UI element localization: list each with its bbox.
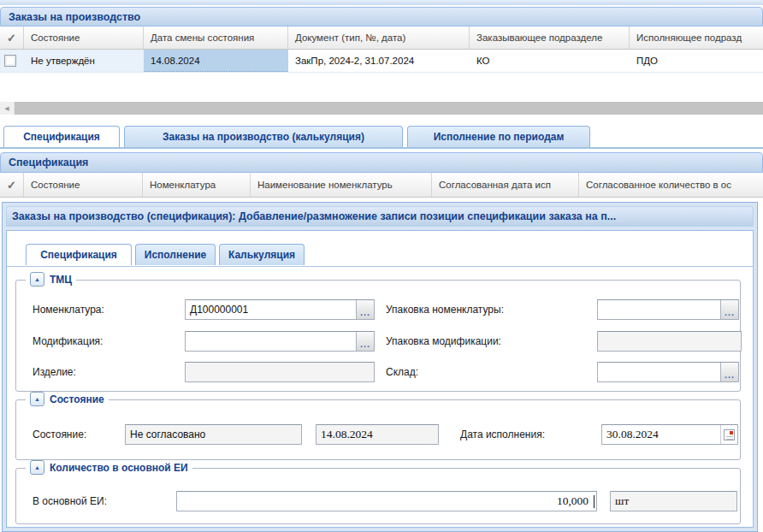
dialog-tab-specification[interactable]: Спецификация xyxy=(26,244,132,265)
spec-column-state[interactable]: Состояние xyxy=(24,173,143,197)
horizontal-scrollbar[interactable]: ◀ xyxy=(0,102,763,115)
collapse-qty-button[interactable]: ▲ xyxy=(30,460,44,475)
calendar-icon xyxy=(724,429,735,440)
state-label: Состояние: xyxy=(33,424,86,445)
warehouse-label: Склад: xyxy=(386,362,418,382)
spec-column-agreed-date[interactable]: Согласованная дата исп xyxy=(432,173,579,197)
nomenclature-lookup-button[interactable]: ... xyxy=(356,300,374,319)
dialog-title: Заказы на производство (спецификация): Д… xyxy=(12,210,616,222)
packing-mod-field xyxy=(597,331,742,352)
orders-column-state-date[interactable]: Дата смены состояния xyxy=(144,27,288,49)
spec-grid-header: ✓ Состояние Номенклатура Наименование но… xyxy=(0,173,763,198)
fieldset-qty: ▲ Количество в основной ЕИ В основной ЕИ… xyxy=(15,468,741,524)
orders-grid-header: ✓ Состояние Дата смены состояния Докумен… xyxy=(0,27,763,50)
product-label: Изделие: xyxy=(33,362,76,382)
lookup-dots-icon: ... xyxy=(725,369,735,380)
warehouse-field[interactable]: ... xyxy=(597,362,739,382)
cell-state-date[interactable]: 14.08.2024 xyxy=(144,50,288,72)
spec-edit-dialog: Заказы на производство (спецификация): Д… xyxy=(2,202,758,532)
modification-lookup-button[interactable]: ... xyxy=(356,332,374,351)
main-tab-bar: Спецификация Заказы на производство (кал… xyxy=(0,126,763,149)
spec-column-agreed-qty[interactable]: Согласованное количество в ос xyxy=(579,173,763,197)
collapse-icon: ▲ xyxy=(34,276,40,282)
orders-column-document[interactable]: Документ (тип, №, дата) xyxy=(288,27,470,49)
fieldset-state-legend: Состояние xyxy=(50,393,104,405)
warehouse-lookup-button[interactable]: ... xyxy=(720,363,738,381)
tab-orders-calculation[interactable]: Заказы на производство (калькуляция) xyxy=(124,126,403,147)
dialog-tab-execution[interactable]: Исполнение xyxy=(135,244,216,265)
orders-column-state[interactable]: Состояние xyxy=(24,27,144,49)
fieldset-qty-legend: Количество в основной ЕИ xyxy=(50,462,188,474)
row-checkbox-cell xyxy=(0,50,24,72)
unit-field: шт xyxy=(610,491,737,511)
nomenclature-label: Номенклатура: xyxy=(33,299,104,320)
fieldset-tmc-legend: ТМЦ xyxy=(50,274,72,286)
packing-nom-lookup-button[interactable]: ... xyxy=(720,300,738,319)
spec-select-all-column[interactable]: ✓ xyxy=(0,173,24,197)
check-all-icon: ✓ xyxy=(5,32,16,44)
orders-table-row[interactable]: Не утверждён 14.08.2024 ЗакПр, 2024-2, 3… xyxy=(0,50,763,73)
packing-mod-label: Упаковка модификации: xyxy=(386,331,501,352)
orders-column-ordering-dept[interactable]: Заказывающее подразделе xyxy=(470,27,630,49)
packing-nom-field[interactable]: ... xyxy=(597,299,739,320)
tab-execution-by-periods[interactable]: Исполнение по периодам xyxy=(407,126,590,147)
base-unit-qty-label: В основной ЕИ: xyxy=(33,491,107,511)
spec-column-nomenclature[interactable]: Номенклатура xyxy=(143,173,251,197)
fieldset-tmc: ▲ ТМЦ Номенклатура: Д100000001 ... Упако… xyxy=(15,280,741,392)
nomenclature-field[interactable]: Д100000001 ... xyxy=(185,299,375,320)
lookup-dots-icon: ... xyxy=(360,307,370,317)
collapse-state-button[interactable]: ▲ xyxy=(30,392,44,406)
state-date-field: 14.08.2024 xyxy=(316,424,439,445)
collapse-icon: ▲ xyxy=(34,464,40,470)
dialog-tab-underline xyxy=(7,266,753,267)
exec-date-calendar-button[interactable] xyxy=(720,425,737,444)
packing-nom-label: Упаковка номенклатуры: xyxy=(386,299,504,320)
text-caret xyxy=(594,495,594,508)
orders-panel-title: Заказы на производство xyxy=(9,11,140,23)
dialog-title-bar: Заказы на производство (спецификация): Д… xyxy=(6,206,754,227)
orders-select-all-column[interactable]: ✓ xyxy=(0,27,24,49)
scroll-left-icon: ◀ xyxy=(4,105,9,112)
product-field xyxy=(185,362,375,382)
orders-column-executing-dept[interactable]: Исполняющее подразд xyxy=(630,27,763,49)
base-unit-qty-field[interactable]: 10,000 xyxy=(176,491,597,511)
fieldset-state: ▲ Состояние Состояние: Не согласовано 14… xyxy=(15,399,741,460)
spec-panel-header: Спецификация xyxy=(0,152,763,173)
spec-column-nomenclature-name[interactable]: Наименование номенклатурь xyxy=(251,173,432,197)
dialog-body: Спецификация Исполнение Калькуляция ▲ ТМ… xyxy=(6,230,754,528)
collapse-icon: ▲ xyxy=(34,396,40,402)
row-checkbox[interactable] xyxy=(4,55,16,67)
lookup-dots-icon: ... xyxy=(725,307,735,317)
exec-date-label: Дата исполнения: xyxy=(460,424,545,445)
cell-document[interactable]: ЗакПр, 2024-2, 31.07.2024 xyxy=(288,50,470,72)
exec-date-field[interactable]: 30.08.2024 xyxy=(601,424,738,445)
spec-panel-title: Спецификация xyxy=(9,157,88,168)
modification-label: Модификация: xyxy=(33,331,103,352)
top-strip xyxy=(0,0,763,6)
modification-field[interactable]: ... xyxy=(185,331,375,352)
cell-executing-dept[interactable]: ПДО xyxy=(630,50,763,72)
dialog-tab-calculation[interactable]: Калькуляция xyxy=(219,244,305,265)
lookup-dots-icon: ... xyxy=(360,339,370,349)
cell-ordering-dept[interactable]: КО xyxy=(470,50,630,72)
check-all-icon: ✓ xyxy=(5,179,16,192)
collapse-tmc-button[interactable]: ▲ xyxy=(30,272,44,287)
dialog-tab-bar: Спецификация Исполнение Калькуляция xyxy=(26,242,309,265)
scroll-left-button[interactable]: ◀ xyxy=(0,102,14,115)
scrollbar-thumb[interactable] xyxy=(14,102,763,115)
state-field: Не согласовано xyxy=(125,424,302,445)
cell-state[interactable]: Не утверждён xyxy=(24,50,144,72)
tab-specification[interactable]: Спецификация xyxy=(3,126,120,147)
orders-panel-header: Заказы на производство xyxy=(0,7,763,27)
